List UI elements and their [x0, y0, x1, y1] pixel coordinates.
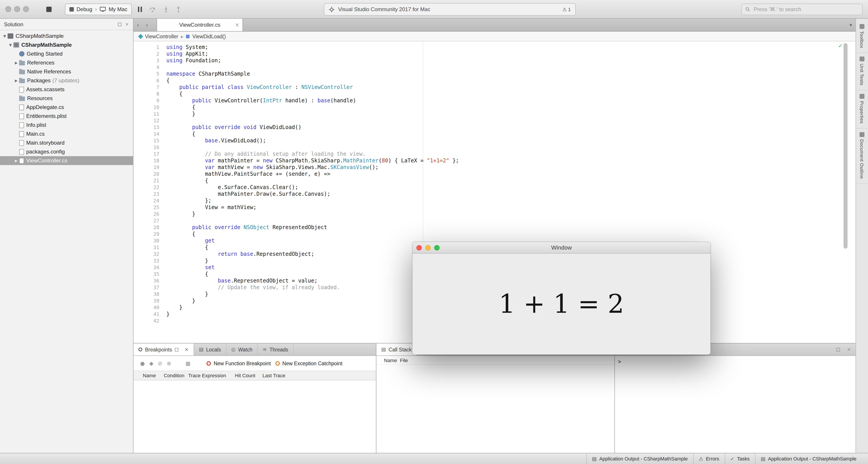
tree-item-resources[interactable]: Resources	[0, 94, 133, 103]
configuration-label[interactable]: Debug	[76, 6, 92, 12]
code-line[interactable]	[166, 144, 838, 151]
step-into-button[interactable]	[163, 6, 168, 12]
column-header-name[interactable]: Name	[384, 358, 400, 363]
side-tab-document-outline[interactable]: Document Outline	[856, 129, 868, 184]
expander-icon[interactable]: ▼	[7, 43, 13, 47]
tree-item-getting-started[interactable]: Getting Started	[0, 50, 133, 58]
expander-icon[interactable]: ▶	[13, 159, 19, 163]
breadcrumb-method[interactable]: ViewDidLoad()	[192, 34, 226, 39]
close-window-button[interactable]	[5, 6, 11, 12]
close-icon[interactable]: ×	[184, 347, 188, 352]
expander-icon[interactable]: ▼	[2, 34, 7, 38]
code-line[interactable]: public override NSObject RepresentedObje…	[166, 224, 838, 231]
status-item-errors[interactable]: ⚠Errors	[693, 453, 724, 464]
code-line[interactable]	[166, 118, 838, 124]
edit-breakpoint-button[interactable]: ◆	[149, 361, 153, 366]
side-tab-properties[interactable]: Properties	[856, 90, 868, 129]
minimize-window-button[interactable]	[425, 245, 431, 250]
tab-breakpoints[interactable]: Breakpoints×	[133, 343, 194, 355]
code-line[interactable]: {	[166, 91, 838, 97]
code-line[interactable]: e.Surface.Canvas.Clear();	[166, 184, 838, 191]
navigate-forward-button[interactable]: ›	[143, 19, 151, 31]
tab-watch[interactable]: ◎Watch	[226, 343, 258, 355]
side-tab-toolbox[interactable]: Toolbox	[856, 21, 868, 53]
tree-item-packages-config[interactable]: packages.config	[0, 147, 133, 156]
warning-badge[interactable]: ⚠ 1	[562, 6, 571, 12]
code-line[interactable]: var mathView = new SkiaSharp.Views.Mac.S…	[166, 164, 838, 171]
immediate-input[interactable]: >	[615, 356, 856, 365]
code-line[interactable]: {	[166, 78, 838, 84]
code-line[interactable]: View = mathView;	[166, 204, 838, 211]
expander-icon[interactable]: ▶	[13, 61, 19, 65]
code-line[interactable]: {	[166, 104, 838, 111]
code-line[interactable]: {	[166, 131, 838, 137]
run-configuration-selector[interactable]: Debug › My Mac	[65, 4, 132, 15]
code-line[interactable]: };	[166, 197, 838, 204]
tab-close-icon[interactable]: ×	[235, 22, 239, 28]
code-line[interactable]: mathPainter.Draw(e.Surface.Canvas);	[166, 191, 838, 197]
code-line[interactable]: public ViewController(IntPtr handle) : b…	[166, 97, 838, 104]
code-line[interactable]: namespace CSharpMathSample	[166, 71, 838, 78]
breadcrumb-class[interactable]: ViewController	[145, 34, 178, 39]
code-line[interactable]: public override void ViewDidLoad()	[166, 124, 838, 131]
code-line[interactable]: {	[166, 231, 838, 238]
tree-item-info-plist[interactable]: Info.plist	[0, 121, 133, 129]
expander-icon[interactable]: ▶	[13, 79, 19, 83]
zoom-window-button[interactable]	[434, 245, 440, 250]
pause-button[interactable]	[138, 7, 142, 12]
column-header-name[interactable]: Name	[143, 373, 164, 378]
close-icon[interactable]: ×	[125, 22, 129, 27]
tree-item-csharpmathsample[interactable]: ▼CSharpMathSample	[0, 40, 133, 50]
stop-button[interactable]	[43, 4, 54, 14]
tab-overflow-button[interactable]: ▾	[849, 19, 852, 31]
tab-call-stack[interactable]: ▤ Call Stack	[376, 343, 417, 355]
tree-item-main-storyboard[interactable]: Main.storyboard	[0, 138, 133, 147]
column-header-file[interactable]: File	[400, 358, 408, 363]
step-over-button[interactable]	[149, 6, 156, 12]
code-line[interactable]: base.ViewDidLoad();	[166, 137, 838, 144]
navigate-back-button[interactable]: ‹	[133, 19, 143, 31]
close-icon[interactable]: ×	[847, 347, 851, 352]
column-header-trace-expression[interactable]: Trace Expression	[188, 373, 235, 378]
close-window-button[interactable]	[416, 245, 422, 250]
tree-item-appdelegate-cs[interactable]: AppDelegate.cs	[0, 103, 133, 112]
new-breakpoint-button[interactable]: ●	[140, 361, 145, 366]
column-header-condition[interactable]: Condition	[164, 373, 188, 378]
remove-breakpoints-button[interactable]: ⊗	[167, 361, 171, 366]
new-function-breakpoint-button[interactable]: New Function Breakpoint	[207, 361, 271, 366]
app-window-titlebar[interactable]: Window	[412, 242, 711, 254]
search-input[interactable]	[753, 6, 859, 13]
editor-scrollbar[interactable]	[843, 42, 847, 342]
minimize-window-button[interactable]	[14, 6, 20, 12]
disable-breakpoints-button[interactable]: ⊘	[158, 361, 162, 366]
tab-viewcontroller-cs[interactable]: ViewController.cs ×	[157, 19, 243, 31]
auto-hide-icon[interactable]	[118, 23, 121, 26]
tree-item-entitlements-plist[interactable]: Entitlements.plist	[0, 112, 133, 121]
column-header-last-trace[interactable]: Last Trace	[262, 373, 285, 378]
code-line[interactable]: using System;	[166, 44, 838, 51]
code-line[interactable]: {	[166, 178, 838, 184]
columns-button[interactable]: ▦	[186, 361, 191, 366]
code-line[interactable]: }	[166, 111, 838, 118]
side-tab-unit-tests[interactable]: Unit Tests	[856, 53, 868, 91]
zoom-window-button[interactable]	[23, 6, 29, 12]
code-line[interactable]: using Foundation;	[166, 57, 838, 64]
column-header-hit-count[interactable]: Hit Count	[235, 373, 262, 378]
auto-hide-icon[interactable]	[836, 348, 840, 351]
code-line[interactable]	[166, 218, 838, 224]
status-item-tasks[interactable]: ✓Tasks	[724, 453, 755, 464]
tree-item-viewcontroller-cs[interactable]: ▶ViewController.cs	[0, 156, 133, 165]
step-out-button[interactable]	[176, 6, 181, 12]
code-line[interactable]	[166, 64, 838, 71]
status-item-application-output-csharpmathsample[interactable]: ▤Application Output - CSharpMathSample	[755, 453, 862, 464]
code-line[interactable]: }	[166, 211, 838, 218]
app-window[interactable]: Window 1 + 1 = 2	[412, 242, 711, 354]
code-line[interactable]: public partial class ViewController : NS…	[166, 84, 838, 91]
device-label[interactable]: My Mac	[108, 6, 127, 12]
code-line[interactable]: mathView.PaintSurface += (sender, e) =>	[166, 171, 838, 178]
auto-hide-icon[interactable]	[175, 348, 178, 351]
tree-item-references[interactable]: ▶References	[0, 58, 133, 67]
tree-item-main-cs[interactable]: Main.cs	[0, 129, 133, 138]
new-exception-catchpoint-button[interactable]: New Exception Catchpoint	[275, 361, 342, 366]
tree-item-packages[interactable]: ▶Packages(7 updates)	[0, 76, 133, 85]
